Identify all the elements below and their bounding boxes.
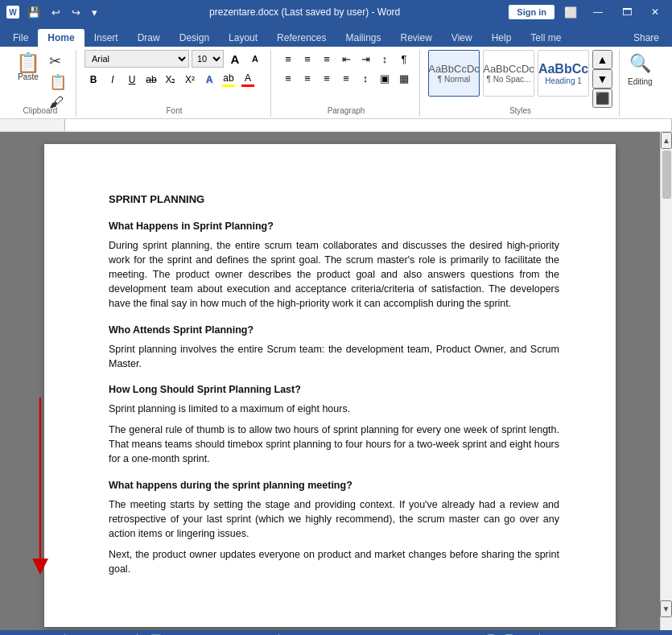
title-bar: W 💾 ↩ ↪ ▾ prezentare.docx (Last saved by… (0, 0, 672, 24)
qat-more-button[interactable]: ▾ (89, 5, 101, 20)
tab-view[interactable]: View (442, 29, 482, 47)
tab-tell-me[interactable]: Tell me (521, 29, 571, 47)
sort-button[interactable]: ↕ (376, 50, 394, 68)
bullets-button[interactable]: ≡ (279, 50, 297, 68)
shrink-font-button[interactable]: A (246, 50, 264, 68)
paste-icon: 📋 (16, 53, 40, 72)
style-nospace[interactable]: AaBbCcDc ¶ No Spac... (483, 50, 534, 97)
editing-label: Editing (628, 77, 653, 86)
sign-in-button[interactable]: Sign in (509, 5, 555, 19)
title-bar-right: Sign in ⬜ — 🗖 ✕ (509, 5, 666, 20)
superscript-button[interactable]: X² (181, 71, 199, 89)
section-4-body: The general rule of thumb is to allow tw… (109, 423, 559, 466)
paragraph-label: Paragraph (273, 106, 419, 115)
tab-share[interactable]: Share (624, 29, 669, 47)
scroll-thumb[interactable] (662, 151, 671, 199)
copy-button[interactable]: 📋 (47, 72, 69, 92)
decrease-indent-button[interactable]: ⇤ (337, 50, 355, 68)
styles-expand[interactable]: ⬛ (592, 89, 612, 108)
font-row2: B I U ab X₂ X² A ab A (85, 71, 257, 89)
tab-mailings[interactable]: Mailings (336, 29, 390, 47)
font-color-button[interactable]: A (239, 71, 257, 89)
subscript-button[interactable]: X₂ (162, 71, 179, 89)
ruler-inner (64, 119, 672, 131)
undo-button[interactable]: ↩ (48, 5, 64, 20)
bold-button[interactable]: B (85, 71, 102, 89)
font-name-select[interactable]: Arial (85, 50, 189, 68)
close-button[interactable]: ✕ (645, 5, 666, 19)
section-3-body: Sprint planning is limited to a maximum … (109, 402, 559, 416)
status-bar: Page 1 of 3 1100 words 🔠 English (United… (0, 630, 672, 635)
grow-font-button[interactable]: A (226, 50, 244, 68)
vertical-scrollbar[interactable]: ▲ ▼ (660, 132, 672, 630)
nospace-label: ¶ No Spac... (487, 75, 531, 84)
underline-button[interactable]: U (123, 71, 141, 89)
minimize-button[interactable]: — (587, 5, 609, 19)
section-5-body: The meeting starts by setting the stage … (109, 497, 559, 541)
align-center-button[interactable]: ≡ (299, 69, 316, 87)
clipboard-label: Clipboard (5, 106, 76, 115)
para-row2: ≡ ≡ ≡ ≡ ↕ ▣ ▦ (279, 69, 413, 87)
justify-button[interactable]: ≡ (337, 69, 355, 87)
redo-button[interactable]: ↪ (68, 5, 84, 20)
scroll-up-button[interactable]: ▲ (661, 132, 672, 149)
align-right-button[interactable]: ≡ (318, 69, 336, 87)
restore-button[interactable]: 🗖 (616, 5, 638, 19)
editing-group: 🔍 Editing (621, 50, 666, 117)
font-group: Arial 10 A A B I U ab X₂ X² A ab (78, 50, 271, 117)
tab-references[interactable]: References (267, 29, 336, 47)
styles-scroll: ▲ ▼ ⬛ (592, 50, 612, 97)
font-label: Font (78, 106, 270, 115)
show-hide-button[interactable]: ¶ (395, 50, 413, 68)
style-heading1[interactable]: AaBbCc Heading 1 (538, 50, 589, 97)
multilevel-button[interactable]: ≡ (318, 50, 336, 68)
section-1-heading: What Happens in Sprint Planning? (109, 219, 559, 233)
section-3-heading: How Long Should Sprint Planning Last? (109, 382, 559, 397)
clipboard-sub: ✂ 📋 🖌 (47, 52, 69, 112)
paste-button[interactable]: 📋 Paste (11, 50, 45, 85)
main-area: SPRINT PLANNING What Happens in Sprint P… (0, 132, 672, 630)
italic-button[interactable]: I (104, 71, 122, 89)
normal-label: ¶ Normal (438, 75, 470, 84)
align-left-button[interactable]: ≡ (279, 69, 297, 87)
section-1-body: During sprint planning, the entire scrum… (109, 238, 559, 311)
styles-scroll-up[interactable]: ▲ (592, 50, 612, 69)
paragraph-group: ≡ ≡ ≡ ⇤ ⇥ ↕ ¶ ≡ ≡ ≡ ≡ ↕ ▣ ▦ Paragraph (273, 50, 420, 117)
numbering-button[interactable]: ≡ (299, 50, 316, 68)
tab-help[interactable]: Help (482, 29, 522, 47)
para-row1: ≡ ≡ ≡ ⇤ ⇥ ↕ ¶ (279, 50, 413, 68)
document-area[interactable]: SPRINT PLANNING What Happens in Sprint P… (0, 132, 660, 630)
text-effects-button[interactable]: A (200, 71, 218, 89)
tab-design[interactable]: Design (170, 29, 219, 47)
strikethrough-button[interactable]: ab (142, 71, 160, 89)
normal-preview: AaBbCcDc (428, 63, 480, 75)
tab-layout[interactable]: Layout (219, 29, 267, 47)
section-6-body: Next, the product owner updates everyone… (109, 547, 559, 576)
tab-insert[interactable]: Insert (85, 29, 128, 47)
increase-indent-button[interactable]: ⇥ (357, 50, 374, 68)
ribbon: 📋 Paste ✂ 📋 🖌 Clipboard Arial 10 A A (0, 47, 672, 119)
ribbon-tabs: File Home Insert Draw Design Layout Refe… (0, 24, 672, 47)
tab-home[interactable]: Home (38, 29, 84, 47)
document-title: SPRINT PLANNING (109, 192, 559, 208)
word-icon: W (6, 6, 19, 19)
tab-review[interactable]: Review (391, 29, 442, 47)
highlight-button[interactable]: ab (220, 71, 237, 89)
cut-button[interactable]: ✂ (47, 52, 69, 71)
title-bar-left: W 💾 ↩ ↪ ▾ (6, 5, 101, 20)
style-normal[interactable]: AaBbCcDc ¶ Normal (428, 50, 480, 97)
scroll-down-button[interactable]: ▼ (660, 600, 672, 617)
save-button[interactable]: 💾 (24, 5, 43, 20)
font-size-select[interactable]: 10 (192, 50, 224, 68)
styles-scroll-down[interactable]: ▼ (592, 69, 612, 89)
font-row1: Arial 10 A A (85, 50, 264, 68)
tab-file[interactable]: File (3, 29, 38, 47)
editing-content: 🔍 Editing (628, 50, 653, 117)
ribbon-collapse-button[interactable]: ⬜ (561, 5, 580, 20)
line-spacing-button[interactable]: ↕ (357, 69, 374, 87)
section-2-heading: Who Attends Sprint Planning? (109, 323, 559, 337)
paste-label: Paste (18, 72, 39, 81)
borders-button[interactable]: ▦ (395, 69, 413, 87)
tab-draw[interactable]: Draw (128, 29, 170, 47)
shading-button[interactable]: ▣ (376, 69, 394, 87)
